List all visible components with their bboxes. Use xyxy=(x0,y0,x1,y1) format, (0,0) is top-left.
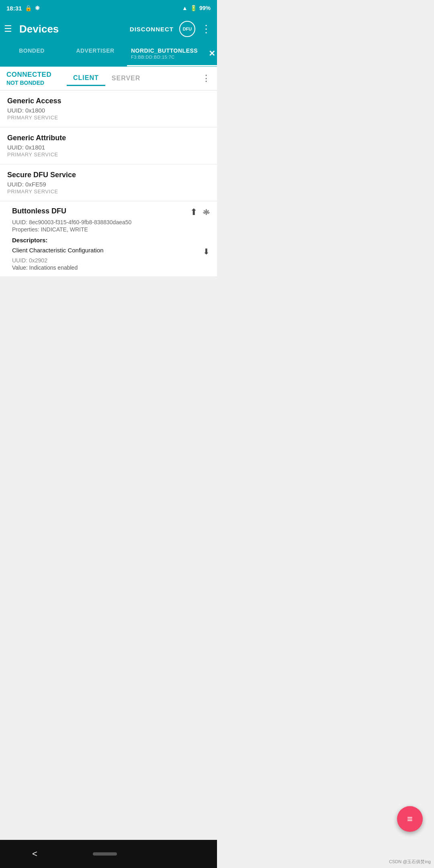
service-item-generic-attribute[interactable]: Generic Attribute UUID: 0x1801 PRIMARY S… xyxy=(0,127,217,164)
wifi-icon: ▲ xyxy=(182,5,188,11)
char-descriptors-label: Descriptors: xyxy=(12,237,210,244)
tab-advertiser[interactable]: ADVERTISER xyxy=(63,42,127,66)
service-uuid-secure-dfu: UUID: 0xFE59 xyxy=(7,181,210,188)
battery-icon: 🔋 xyxy=(190,5,197,11)
client-server-tabs: CLIENT SERVER ⋮ xyxy=(67,71,211,86)
descriptor-uuid-ccc: UUID: 0x2902 xyxy=(12,257,210,264)
service-type-secure-dfu: PRIMARY SERVICE xyxy=(7,188,210,194)
connection-section: CONNECTED NOT BONDED CLIENT SERVER ⋮ xyxy=(0,67,217,90)
characteristic-item-buttonless-dfu: Buttonless DFU ⬆ ✱ UUID: 8ec90003-f315-4… xyxy=(0,201,217,277)
dfu-button[interactable]: DFU xyxy=(179,21,195,37)
bluetooth-icon: ❋ xyxy=(35,5,40,11)
device-tab-close-button[interactable]: ✕ xyxy=(209,49,216,58)
bottom-empty-area xyxy=(0,277,217,430)
service-uuid-generic-attribute: UUID: 0x1801 xyxy=(7,144,210,151)
char-properties-buttonless-dfu: Properties: INDICATE, WRITE xyxy=(12,226,210,233)
char-upload-icon[interactable]: ⬆ xyxy=(190,207,197,217)
more-button[interactable]: ⋮ xyxy=(199,23,213,35)
descriptor-item-ccc: Client Characteristic Configuration ⬇ UU… xyxy=(12,247,210,271)
service-type-generic-access: PRIMARY SERVICE xyxy=(7,115,210,121)
app-bar: ☰ Devices DISCONNECT DFU ⋮ xyxy=(0,16,217,42)
char-uuid-buttonless-dfu: UUID: 8ec90003-f315-4f60-9fb8-838830daea… xyxy=(12,219,210,225)
service-name-generic-access: Generic Access xyxy=(7,97,210,105)
service-name-generic-attribute: Generic Attribute xyxy=(7,134,210,142)
char-name-buttonless-dfu: Buttonless DFU xyxy=(12,207,190,215)
service-item-secure-dfu[interactable]: Secure DFU Service UUID: 0xFE59 PRIMARY … xyxy=(0,164,217,201)
char-notify-icon[interactable]: ✱ xyxy=(203,207,210,217)
menu-button[interactable]: ☰ xyxy=(4,24,12,34)
device-tab-name: NORDIC_BUTTONLESS xyxy=(131,47,215,54)
service-uuid-generic-access: UUID: 0x1800 xyxy=(7,107,210,114)
battery-level: 99% xyxy=(199,5,211,11)
tab-device[interactable]: NORDIC_BUTTONLESS F3:BB:DD:BD:15:7C ✕ xyxy=(127,42,217,66)
connection-status: CONNECTED NOT BONDED xyxy=(6,71,59,86)
status-time: 18:31 xyxy=(6,5,22,12)
app-title: Devices xyxy=(19,23,124,35)
service-type-generic-attribute: PRIMARY SERVICE xyxy=(7,151,210,158)
tab-client[interactable]: CLIENT xyxy=(67,71,105,86)
connected-label: CONNECTED xyxy=(6,71,59,79)
sim-icon: 🔒 xyxy=(25,5,32,11)
device-tab-address: F3:BB:DD:BD:15:7C xyxy=(131,55,215,59)
service-item-generic-access[interactable]: Generic Access UUID: 0x1800 PRIMARY SERV… xyxy=(0,90,217,127)
client-server-more-button[interactable]: ⋮ xyxy=(202,73,211,84)
tab-server[interactable]: SERVER xyxy=(105,72,147,85)
disconnect-button[interactable]: DISCONNECT xyxy=(128,23,175,35)
status-bar: 18:31 🔒 ❋ ▲ 🔋 99% xyxy=(0,0,217,16)
service-list: Generic Access UUID: 0x1800 PRIMARY SERV… xyxy=(0,90,217,277)
descriptor-value-ccc: Value: Indications enabled xyxy=(12,264,210,271)
char-actions: ⬆ ✱ xyxy=(190,207,210,217)
descriptor-download-icon[interactable]: ⬇ xyxy=(203,247,210,256)
descriptor-name-ccc: Client Characteristic Configuration xyxy=(12,247,203,254)
tab-bonded[interactable]: BONDED xyxy=(0,42,63,66)
dfu-label: DFU xyxy=(183,27,192,31)
device-tabs: BONDED ADVERTISER NORDIC_BUTTONLESS F3:B… xyxy=(0,42,217,67)
service-name-secure-dfu: Secure DFU Service xyxy=(7,171,210,179)
bonded-label: NOT BONDED xyxy=(6,80,59,86)
